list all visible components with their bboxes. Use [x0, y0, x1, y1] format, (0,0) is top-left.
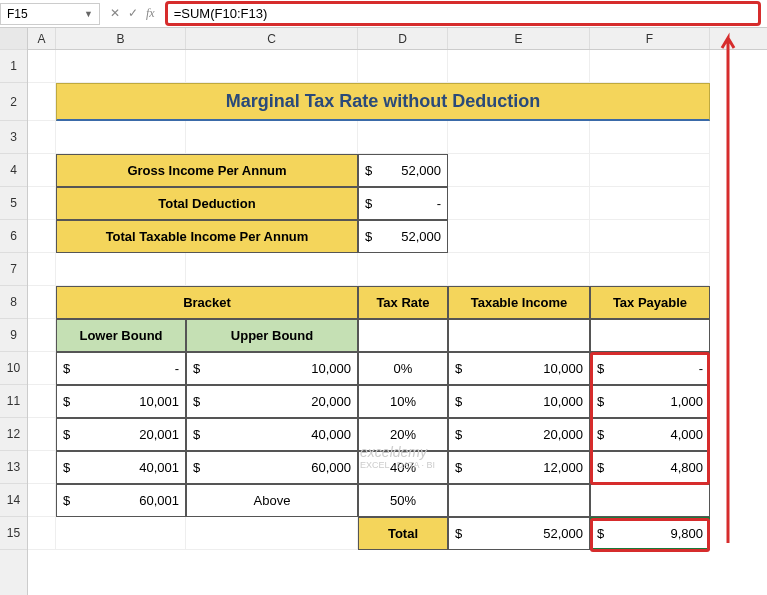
row-header[interactable]: 3 [0, 121, 27, 154]
summary-value: $52,000 [358, 220, 448, 253]
page-title: Marginal Tax Rate without Deduction [56, 83, 710, 121]
table-cell[interactable] [590, 484, 710, 517]
chevron-down-icon[interactable]: ▼ [84, 9, 93, 19]
formula-text: =SUM(F10:F13) [174, 6, 268, 21]
row-header[interactable]: 4 [0, 154, 27, 187]
column-headers: A B C D E F [28, 28, 767, 50]
row-header[interactable]: 13 [0, 451, 27, 484]
name-box[interactable]: F15 ▼ [0, 3, 100, 25]
table-header: Tax Payable [590, 286, 710, 319]
table-cell[interactable]: $1,000 [590, 385, 710, 418]
table-cell[interactable]: $20,000 [186, 385, 358, 418]
summary-label: Total Deduction [56, 187, 358, 220]
col-header[interactable]: D [358, 28, 448, 49]
total-payable-selected[interactable]: $9,800 [590, 517, 710, 550]
row-header[interactable]: 6 [0, 220, 27, 253]
summary-value: $52,000 [358, 154, 448, 187]
col-header[interactable]: B [56, 28, 186, 49]
row-header[interactable]: 14 [0, 484, 27, 517]
table-header: Taxable Income [448, 286, 590, 319]
row-header[interactable]: 7 [0, 253, 27, 286]
table-cell[interactable]: 10% [358, 385, 448, 418]
row-headers: 1 2 3 4 5 6 7 8 9 10 11 12 13 14 15 [0, 28, 28, 595]
confirm-icon[interactable]: ✓ [128, 6, 138, 21]
total-label: Total [358, 517, 448, 550]
table-cell[interactable]: $10,000 [448, 385, 590, 418]
row-header[interactable]: 15 [0, 517, 27, 550]
table-cell[interactable]: 0% [358, 352, 448, 385]
formula-buttons: ✕ ✓ fx [100, 6, 165, 21]
spreadsheet-grid: 1 2 3 4 5 6 7 8 9 10 11 12 13 14 15 A B … [0, 28, 767, 595]
table-cell[interactable]: $10,000 [448, 352, 590, 385]
total-taxable: $52,000 [448, 517, 590, 550]
table-cell[interactable]: $40,001 [56, 451, 186, 484]
table-cell[interactable]: Above [186, 484, 358, 517]
table-header: Tax Rate [358, 286, 448, 319]
name-box-value: F15 [7, 7, 28, 21]
table-cell[interactable]: 20% [358, 418, 448, 451]
table-subheader: Upper Bound [186, 319, 358, 352]
col-header[interactable]: C [186, 28, 358, 49]
table-cell[interactable]: 40% [358, 451, 448, 484]
summary-label: Total Taxable Income Per Annum [56, 220, 358, 253]
cancel-icon[interactable]: ✕ [110, 6, 120, 21]
fx-icon[interactable]: fx [146, 6, 155, 21]
formula-bar: F15 ▼ ✕ ✓ fx =SUM(F10:F13) [0, 0, 767, 28]
table-cell[interactable]: $- [590, 352, 710, 385]
table-cell[interactable]: $40,000 [186, 418, 358, 451]
sheet-body[interactable]: Marginal Tax Rate without Deduction Gros… [28, 50, 767, 550]
row-header[interactable]: 9 [0, 319, 27, 352]
table-cell[interactable]: $60,000 [186, 451, 358, 484]
table-header: Bracket [56, 286, 358, 319]
select-all-cell[interactable] [0, 28, 27, 50]
table-cell[interactable]: $4,000 [590, 418, 710, 451]
col-header[interactable]: F [590, 28, 710, 49]
summary-label: Gross Income Per Annum [56, 154, 358, 187]
table-cell[interactable] [448, 484, 590, 517]
col-header[interactable]: E [448, 28, 590, 49]
row-header[interactable]: 8 [0, 286, 27, 319]
col-header[interactable]: A [28, 28, 56, 49]
table-cell[interactable]: 50% [358, 484, 448, 517]
formula-input[interactable]: =SUM(F10:F13) [165, 1, 761, 26]
row-header[interactable]: 12 [0, 418, 27, 451]
table-cell[interactable]: $10,000 [186, 352, 358, 385]
table-cell[interactable]: $60,001 [56, 484, 186, 517]
table-cell[interactable]: $10,001 [56, 385, 186, 418]
summary-value: $- [358, 187, 448, 220]
row-header[interactable]: 2 [0, 83, 27, 121]
table-cell[interactable]: $20,000 [448, 418, 590, 451]
table-cell[interactable]: $4,800 [590, 451, 710, 484]
row-header[interactable]: 10 [0, 352, 27, 385]
table-cell[interactable]: $20,001 [56, 418, 186, 451]
row-header[interactable]: 1 [0, 50, 27, 83]
table-subheader: Lower Bound [56, 319, 186, 352]
row-header[interactable]: 11 [0, 385, 27, 418]
table-cell[interactable]: $12,000 [448, 451, 590, 484]
table-cell[interactable]: $- [56, 352, 186, 385]
row-header[interactable]: 5 [0, 187, 27, 220]
